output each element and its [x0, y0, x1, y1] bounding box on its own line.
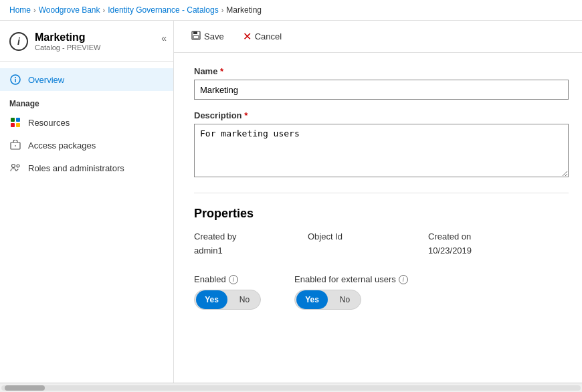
description-label: Description * [194, 110, 562, 120]
cancel-label: Cancel [255, 31, 282, 41]
name-required: * [220, 66, 223, 76]
svg-rect-9 [193, 35, 199, 39]
access-packages-icon [9, 139, 21, 151]
cancel-button[interactable]: ✕ Cancel [239, 27, 286, 45]
enabled-no[interactable]: No [229, 290, 260, 309]
enabled-toggle[interactable]: Yes No [194, 290, 261, 310]
collapse-button[interactable]: « [161, 33, 167, 43]
svg-point-6 [17, 165, 19, 167]
breadcrumb-woodgrove[interactable]: Woodgrove Bank [39, 5, 100, 15]
prop-label-object-id: Object Id [308, 231, 428, 243]
external-toggle-item: Enabled for external users i Yes No [294, 274, 408, 310]
description-textarea[interactable] [194, 124, 569, 177]
prop-value-created-by: admin1 [194, 246, 308, 261]
sidebar-item-overview[interactable]: Overview [0, 68, 173, 91]
sidebar-label-overview: Overview [28, 75, 64, 85]
main-content: Save ✕ Cancel Name * Description * [174, 21, 582, 391]
breadcrumb-current: Marketing [226, 5, 262, 15]
svg-rect-8 [193, 31, 197, 34]
breadcrumb-sep-1: › [33, 6, 36, 14]
svg-point-2 [15, 77, 16, 78]
name-label: Name * [194, 66, 562, 76]
save-button[interactable]: Save [187, 28, 228, 45]
sidebar: i Marketing Catalog - PREVIEW « [0, 21, 174, 391]
properties-grid: Created by Object Id Created on admin1 1… [194, 231, 562, 261]
properties-title: Properties [194, 207, 562, 221]
catalog-icon: i [9, 32, 28, 51]
cancel-icon: ✕ [243, 30, 252, 43]
catalog-subtitle: Catalog - PREVIEW [35, 43, 100, 52]
bottom-scrollbar [0, 383, 582, 392]
save-label: Save [204, 31, 224, 41]
sidebar-label-roles: Roles and administrators [28, 163, 124, 173]
toggle-group: Enabled i Yes No Enabled for external us… [194, 274, 562, 310]
prop-value-object-id [308, 246, 428, 261]
sidebar-nav: Overview Manage Resources [0, 62, 173, 186]
sidebar-header: i Marketing Catalog - PREVIEW « [0, 21, 173, 62]
svg-point-5 [12, 165, 15, 168]
external-yes[interactable]: Yes [296, 290, 328, 309]
enabled-info-icon[interactable]: i [229, 275, 238, 284]
sidebar-item-resources[interactable]: Resources [0, 111, 173, 134]
section-divider [194, 193, 569, 193]
external-toggle[interactable]: Yes No [294, 290, 361, 310]
enabled-yes[interactable]: Yes [196, 290, 227, 309]
catalog-title: Marketing [35, 31, 100, 43]
description-group: Description * [194, 110, 562, 179]
save-icon [191, 31, 201, 42]
enabled-label: Enabled [194, 274, 226, 284]
external-label: Enabled for external users [294, 274, 396, 284]
external-no[interactable]: No [329, 290, 361, 309]
sidebar-label-resources: Resources [28, 118, 70, 128]
breadcrumb-sep-2: › [103, 6, 106, 14]
name-input[interactable] [194, 80, 569, 100]
breadcrumb-sep-3: › [221, 6, 224, 14]
external-info-icon[interactable]: i [399, 275, 408, 284]
sidebar-section-manage: Manage [0, 91, 173, 111]
description-required: * [244, 110, 248, 120]
resources-icon [9, 116, 21, 128]
scrollbar-track[interactable] [1, 385, 581, 391]
toolbar: Save ✕ Cancel [174, 21, 582, 53]
enabled-toggle-item: Enabled i Yes No [194, 274, 261, 310]
prop-label-created-on: Created on [428, 231, 535, 243]
form-area: Name * Description * Properties Created … [174, 53, 582, 323]
prop-label-created-by: Created by [194, 231, 308, 243]
sidebar-item-access-packages[interactable]: Access packages [0, 134, 173, 157]
sidebar-item-roles-admins[interactable]: Roles and administrators [0, 157, 173, 179]
breadcrumb-ig-catalogs[interactable]: Identity Governance - Catalogs [108, 5, 218, 15]
prop-value-created-on: 10/23/2019 [428, 246, 535, 261]
scrollbar-thumb[interactable] [5, 385, 45, 391]
sidebar-label-access-packages: Access packages [28, 140, 96, 151]
breadcrumb: Home › Woodgrove Bank › Identity Governa… [0, 0, 582, 21]
overview-icon [9, 74, 21, 86]
breadcrumb-home[interactable]: Home [9, 5, 31, 15]
roles-icon [9, 162, 21, 174]
name-group: Name * [194, 66, 562, 100]
